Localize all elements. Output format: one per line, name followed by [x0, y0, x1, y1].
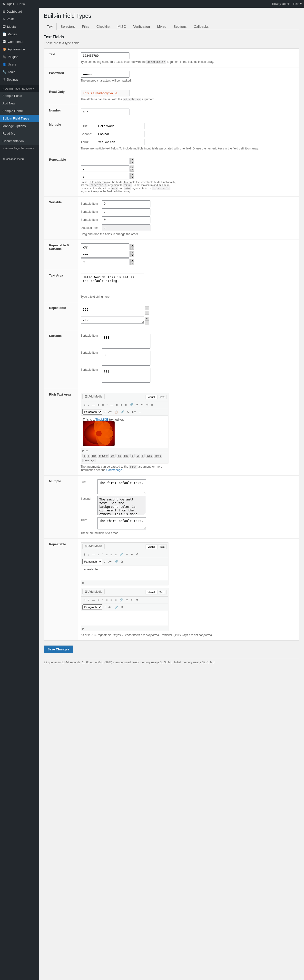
rt-special-char-btn[interactable]: Ω: [126, 410, 130, 414]
multi-ta-input-3[interactable]: The third default text.: [97, 517, 146, 530]
tab-sections[interactable]: Sections: [170, 23, 190, 30]
rep-sort-up-1[interactable]: ▲: [130, 243, 134, 247]
sidebar-item-apf[interactable]: ♪ Admin Page Framework Sample Posts Add …: [0, 85, 39, 145]
site-name[interactable]: wp4x: [7, 2, 14, 6]
tinymce-link[interactable]: TinyMCE: [95, 418, 108, 422]
tag-b[interactable]: b: [82, 454, 86, 458]
codex-link[interactable]: Codex page: [106, 468, 122, 472]
rich-text-content[interactable]: This is a TinyMCE text editor.: [81, 416, 168, 448]
rt-redo-btn[interactable]: ↺: [145, 402, 150, 407]
rep-rt-link2-1[interactable]: 🔗: [114, 559, 119, 564]
sidebar-item-appearance[interactable]: 🎨Appearance: [0, 46, 39, 53]
add-media-button[interactable]: 🖼 Add Media: [82, 394, 105, 399]
tab-checklist[interactable]: Checklist: [93, 23, 114, 30]
sidebar-collapse[interactable]: ◀ Collapse menu: [0, 155, 39, 162]
rep-sort-input-3[interactable]: [81, 259, 130, 265]
sortable-input-3[interactable]: [102, 216, 150, 223]
password-input[interactable]: [81, 71, 130, 78]
tab-mixed[interactable]: Mixed: [154, 23, 170, 30]
rep-rt-italic-1[interactable]: I: [87, 552, 90, 557]
tab-misc[interactable]: MISC: [114, 23, 129, 30]
number-input[interactable]: [81, 108, 130, 115]
rt-strikethrough-btn[interactable]: —: [91, 402, 96, 407]
tag-ins[interactable]: ins: [117, 454, 122, 458]
sidebar-sub-built-in-field-types[interactable]: Built-in Field Types: [0, 115, 39, 122]
rt-blockquote-btn[interactable]: ": [105, 402, 109, 407]
rep-rt-ac-2[interactable]: ≡: [109, 598, 113, 602]
rep-rt-omega-1[interactable]: Ω: [120, 559, 124, 564]
multiple-input-3[interactable]: [96, 139, 145, 145]
tag-code[interactable]: code: [146, 454, 154, 458]
rt-text-color-btn[interactable]: A▾: [107, 410, 113, 414]
sidebar-sub-manage-options[interactable]: Manage Options: [0, 122, 39, 130]
rep-sort-down-3[interactable]: ▼: [130, 262, 134, 265]
sidebar-sub-documentation[interactable]: Documentation: [0, 137, 39, 145]
sidebar-item-media[interactable]: 🖼Media: [0, 23, 39, 30]
rep-rt-str-2[interactable]: —: [91, 598, 96, 602]
textarea-input[interactable]: [81, 274, 144, 293]
sidebar-sub-add-new[interactable]: Add New: [0, 100, 39, 107]
rep-rt-undo-2[interactable]: ↩: [130, 598, 134, 602]
rep-rt-ar-1[interactable]: ≡: [114, 552, 118, 557]
tag-i[interactable]: i: [87, 454, 90, 458]
new-content-link[interactable]: + New: [17, 2, 25, 6]
rep-rt-redo-1[interactable]: ↺: [135, 552, 139, 557]
sidebar-item-posts[interactable]: ✎Posts: [0, 15, 39, 23]
sidebar-item-comments[interactable]: 💬Comments: [0, 38, 39, 46]
rep-ta-remove-1[interactable]: −: [145, 311, 149, 315]
rep-ta-add-1[interactable]: +: [145, 307, 149, 310]
rep-rt-text-tab-1[interactable]: Text: [157, 544, 166, 549]
rep-sort-down-2[interactable]: ▼: [130, 255, 134, 257]
tag-li[interactable]: li: [141, 454, 144, 458]
rt-more-btn[interactable]: ≡: [150, 402, 154, 407]
sidebar-item-settings[interactable]: ⚙Settings: [0, 76, 39, 83]
rep-add-media-btn-1[interactable]: 🖼 Add Media: [82, 544, 105, 549]
rep-rt-u-2[interactable]: U: [102, 605, 107, 609]
rep-rt-ul-1[interactable]: ≡: [96, 552, 101, 557]
tag-del[interactable]: del: [110, 454, 115, 458]
repeatable-down-1[interactable]: ▼: [130, 161, 134, 164]
rt-align-center-btn[interactable]: ≡: [120, 402, 123, 407]
rt-hr-btn[interactable]: —: [109, 402, 114, 407]
rep-rt-redo-2[interactable]: ↺: [135, 598, 139, 602]
rep-rt-quote-2[interactable]: ": [101, 598, 104, 602]
rep-rt-bold-1[interactable]: B: [82, 552, 87, 557]
rep-rt-cut-2[interactable]: ✂: [125, 598, 129, 602]
rep-rt-ac-1[interactable]: ≡: [109, 552, 113, 557]
rt-bold-btn[interactable]: B: [82, 402, 87, 407]
rt-link-btn[interactable]: 🔗: [128, 402, 134, 407]
repeatable-up-1[interactable]: ▲: [130, 158, 134, 161]
repeatable-input-3[interactable]: [81, 173, 130, 180]
sidebar-item-apf2[interactable]: ♪ Admin Page Framework: [0, 145, 39, 152]
repeatable-input-2[interactable]: [81, 165, 130, 172]
rt-underline-btn[interactable]: U: [102, 410, 107, 414]
tag-bquote[interactable]: b-quote: [98, 454, 109, 458]
rep-rt-content-2[interactable]: [81, 611, 168, 625]
rep-rt-ul-2[interactable]: ≡: [96, 598, 101, 602]
tab-selectors[interactable]: Selectors: [57, 23, 78, 30]
rep-rt-text-tab-2[interactable]: Text: [157, 590, 166, 594]
rt-undo-btn[interactable]: ↩: [140, 402, 144, 407]
rich-text-visual-tab[interactable]: Visual: [146, 395, 157, 399]
tab-callbacks[interactable]: Callbacks: [190, 23, 212, 30]
rep-ta-add-2[interactable]: +: [145, 317, 149, 321]
tag-more[interactable]: more: [154, 454, 162, 458]
rt-unlink-btn[interactable]: ✂: [135, 402, 139, 407]
sort-ta-input-2[interactable]: nnn: [102, 351, 150, 366]
text-input[interactable]: [81, 52, 130, 59]
rep-rt-content-1[interactable]: repeatable: [81, 565, 168, 580]
rep-rt-cut-1[interactable]: ✂: [125, 552, 129, 557]
tag-link[interactable]: link: [91, 454, 97, 458]
repeatable-input-1[interactable]: [81, 158, 130, 164]
rep-rt-omega-2[interactable]: Ω: [120, 605, 124, 609]
rep-textarea-input-1[interactable]: 555: [81, 306, 144, 313]
rep-sort-up-2[interactable]: ▲: [130, 251, 134, 254]
rt-link2-btn[interactable]: 🔗: [120, 410, 126, 414]
rt-ul-btn[interactable]: ≡: [96, 402, 101, 407]
rep-rt-al-2[interactable]: ≡: [105, 598, 109, 602]
rep-sort-input-1[interactable]: [81, 243, 130, 250]
rep-sort-up-3[interactable]: ▲: [130, 259, 134, 262]
tag-close[interactable]: close tags: [82, 458, 96, 462]
rep-rt-bold-2[interactable]: B: [82, 598, 87, 602]
rep-rt-link-1[interactable]: 🔗: [118, 552, 124, 557]
